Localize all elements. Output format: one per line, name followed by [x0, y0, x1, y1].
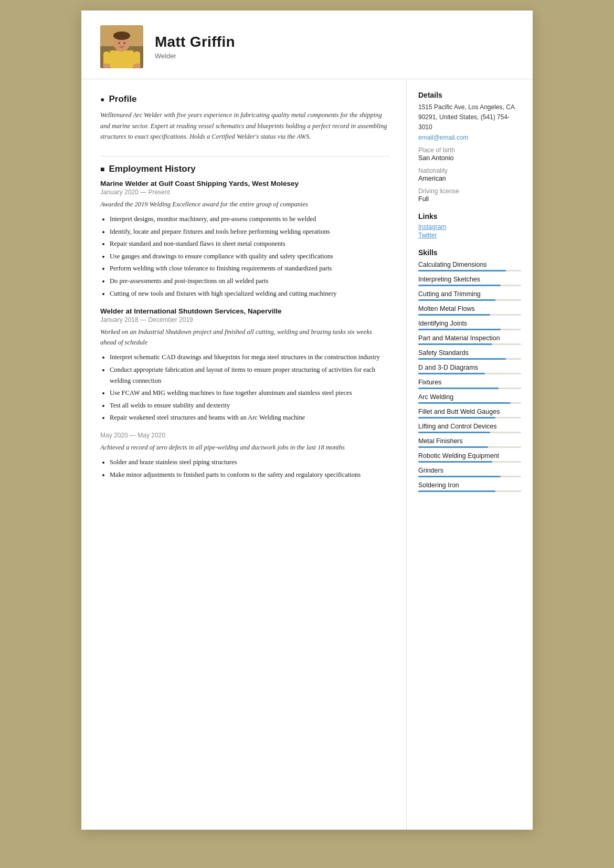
skills-list: Calculating Dimensions Interpreting Sket…	[418, 261, 521, 492]
skill-name: Lifting and Control Devices	[418, 423, 521, 430]
skill-name: Robotic Welding Equipment	[418, 452, 521, 459]
employment-icon: ■	[100, 165, 104, 173]
skill-bar-fill	[418, 285, 501, 286]
body: ● Profile Welltenured Arc Welder with fi…	[81, 79, 533, 830]
skill-item: Lifting and Control Devices	[418, 423, 521, 433]
job-summary-3: Achieved a record of zero defects in all…	[100, 442, 389, 453]
list-item: Interpret designs, monitor machinery, an…	[110, 214, 389, 225]
skill-bar-fill	[418, 432, 490, 433]
details-email: email@email.com	[418, 134, 521, 141]
skill-bar-fill	[418, 373, 485, 374]
list-item: Repair standard and non-standard flaws i…	[110, 238, 389, 249]
skill-item: Grinders	[418, 467, 521, 477]
list-item: Perform welding with close tolerance to …	[110, 263, 389, 274]
job-block-1: Marine Welder at Gulf Coast Shipping Yar…	[100, 180, 389, 299]
nationality-value: American	[418, 175, 521, 182]
skill-item: Cutting and Trimming	[418, 290, 521, 301]
skill-bar-bg	[418, 461, 521, 463]
list-item: Do pre-assessments and post-inspections …	[110, 276, 389, 287]
skill-name: Fillet and Butt Weld Gauges	[418, 408, 521, 415]
skill-bar-fill	[418, 490, 495, 492]
skill-bar-bg	[418, 270, 521, 271]
resume-container: Matt Griffin Welder ● Profile Welltenure…	[81, 11, 533, 830]
skill-bar-bg	[418, 446, 521, 448]
skill-bar-fill	[418, 388, 499, 389]
svg-rect-2	[110, 50, 134, 68]
skill-bar-bg	[418, 490, 521, 492]
job-dates-2: January 2018 — December 2019	[100, 316, 389, 323]
candidate-name: Matt Griffin	[155, 34, 235, 50]
skill-bar-fill	[418, 358, 506, 360]
skill-item: Molten Metal Flows	[418, 305, 521, 316]
skill-item: Fixtures	[418, 379, 521, 389]
skill-name: Arc Welding	[418, 393, 521, 401]
skill-name: Cutting and Trimming	[418, 290, 521, 298]
skill-item: Fillet and Butt Weld Gauges	[418, 408, 521, 419]
skill-bar-bg	[418, 329, 521, 330]
skill-bar-bg	[418, 432, 521, 433]
candidate-title: Welder	[155, 52, 235, 60]
employment-section: ■ Employment History Marine Welder at Gu…	[100, 164, 389, 480]
header: Matt Griffin Welder	[81, 11, 533, 79]
skill-name: Calculating Dimensions	[418, 261, 521, 268]
job-title-1: Marine Welder at Gulf Coast Shipping Yar…	[100, 180, 389, 187]
skill-item: Interpreting Sketches	[418, 276, 521, 286]
profile-section-title: ● Profile	[100, 94, 389, 104]
profile-divider	[100, 156, 389, 156]
job-summary-1: Awarded the 2019 Welding Excellence awar…	[100, 199, 389, 210]
job-block-2: Welder at International Shutdown Service…	[100, 307, 389, 423]
skill-item: Soldering Iron	[418, 482, 521, 492]
link-instagram[interactable]: Instagram	[418, 223, 521, 231]
skill-bar-bg	[418, 343, 521, 345]
list-item: Use FCAW and MIG welding machines to fus…	[110, 388, 389, 399]
skill-bar-fill	[418, 299, 495, 301]
svg-point-4	[113, 32, 130, 40]
job-bullets-1: Interpret designs, monitor machinery, an…	[100, 214, 389, 299]
skill-bar-fill	[418, 476, 501, 477]
list-item: Interpret schematic CAD drawings and blu…	[110, 352, 389, 363]
list-item: Repair weakened steel structures and bea…	[110, 412, 389, 423]
skill-item: Metal Finishers	[418, 437, 521, 448]
skill-item: Robotic Welding Equipment	[418, 452, 521, 463]
skill-name: Fixtures	[418, 379, 521, 386]
skill-item: Arc Welding	[418, 393, 521, 404]
link-twitter[interactable]: Twitter	[418, 232, 521, 239]
job-bullets-2: Interpret schematic CAD drawings and blu…	[100, 352, 389, 423]
job-dates-3: May 2020 — May 2020	[100, 432, 389, 439]
list-item: Conduct appropriate fabrication and layo…	[110, 364, 389, 386]
job-dates-1: January 2020 — Present	[100, 189, 389, 196]
svg-point-5	[118, 42, 120, 44]
list-item: Solder and braze stainless steel piping …	[110, 457, 389, 468]
skill-bar-fill	[418, 402, 511, 404]
job-title-2: Welder at International Shutdown Service…	[100, 307, 389, 315]
right-column: Details 1515 Pacific Ave, Los Angeles, C…	[407, 79, 533, 830]
details-section: Details 1515 Pacific Ave, Los Angeles, C…	[418, 91, 521, 203]
skill-name: Interpreting Sketches	[418, 276, 521, 283]
list-item: Use gauges and drawings to ensure compli…	[110, 251, 389, 262]
skill-bar-fill	[418, 446, 488, 448]
driving-license-value: Full	[418, 195, 521, 203]
skill-name: Part and Material Inspection	[418, 334, 521, 342]
skill-bar-bg	[418, 373, 521, 374]
skill-bar-bg	[418, 285, 521, 286]
profile-section: ● Profile Welltenured Arc Welder with fi…	[100, 94, 389, 142]
list-item: Cutting of new tools and fixtures with h…	[110, 288, 389, 299]
employment-section-title: ■ Employment History	[100, 164, 389, 174]
list-item: Test all welds to ensure stability and d…	[110, 400, 389, 411]
skill-bar-bg	[418, 417, 521, 419]
nationality-label: Nationality	[418, 167, 521, 174]
details-address: 1515 Pacific Ave, Los Angeles, CA 90291,…	[418, 102, 521, 133]
skill-bar-bg	[418, 358, 521, 360]
skill-bar-bg	[418, 314, 521, 316]
driving-license-label: Driving license	[418, 187, 521, 195]
skill-bar-fill	[418, 461, 492, 463]
skill-bar-fill	[418, 314, 490, 316]
skill-name: Soldering Iron	[418, 482, 521, 489]
skill-bar-fill	[418, 270, 506, 271]
skill-item: Safety Standards	[418, 349, 521, 360]
skills-title: Skills	[418, 248, 521, 257]
details-title: Details	[418, 91, 521, 99]
skill-bar-fill	[418, 329, 501, 330]
profile-text: Welltenured Arc Welder with five years e…	[100, 110, 389, 142]
job-summary-2: Worked on an Industrial Shutdown project…	[100, 327, 389, 348]
